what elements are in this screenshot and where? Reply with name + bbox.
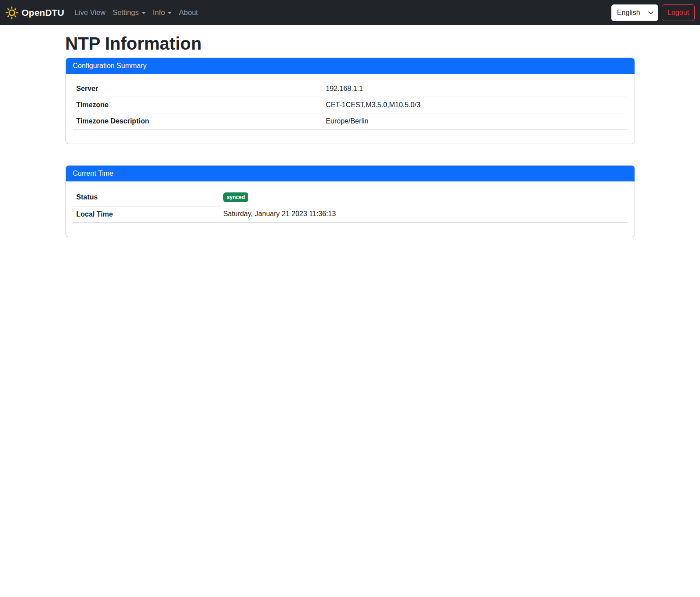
card-header: Configuration Summary — [66, 58, 635, 74]
row-value: Europe/Berlin — [322, 113, 627, 130]
sun-icon — [5, 6, 18, 19]
card-body: Server 192.168.1.1 Timezone CET-1CEST,M3… — [66, 74, 635, 144]
configuration-summary-card: Configuration Summary Server 192.168.1.1… — [65, 58, 635, 144]
nav-item-live-view[interactable]: Live View — [71, 5, 109, 20]
row-value: 192.168.1.1 — [322, 81, 627, 97]
row-label: Timezone — [73, 97, 323, 113]
caret-down-icon — [167, 12, 172, 14]
navbar-right: English Logout — [611, 4, 695, 21]
main-content: NTP Information Configuration Summary Se… — [60, 33, 640, 237]
card-header: Current Time — [66, 166, 635, 181]
table-row: Server 192.168.1.1 — [73, 81, 627, 97]
configuration-table: Server 192.168.1.1 Timezone CET-1CEST,M3… — [73, 81, 627, 130]
row-value: synced — [220, 188, 627, 206]
caret-down-icon — [141, 12, 146, 14]
nav-item-settings[interactable]: Settings — [109, 5, 149, 20]
logout-button[interactable]: Logout — [662, 4, 695, 21]
language-select[interactable]: English — [611, 4, 658, 21]
row-label: Local Time — [73, 206, 220, 222]
row-value: Saturday, January 21 2023 11:36:13 — [220, 206, 627, 222]
row-label: Status — [73, 188, 220, 206]
table-row: Timezone CET-1CEST,M3.5.0,M10.5.0/3 — [73, 97, 627, 113]
brand-link[interactable]: OpenDTU — [5, 6, 64, 19]
nav-item-about[interactable]: About — [175, 5, 201, 20]
table-row: Status synced — [73, 188, 627, 206]
table-row: Timezone Description Europe/Berlin — [73, 113, 627, 130]
row-label: Server — [73, 81, 323, 97]
brand-label: OpenDTU — [22, 7, 64, 18]
nav-item-info[interactable]: Info — [149, 5, 176, 20]
page-title: NTP Information — [65, 33, 635, 54]
navbar: OpenDTU Live View Settings Info About En… — [0, 0, 700, 25]
current-time-card: Current Time Status synced Local Time Sa… — [65, 165, 635, 237]
nav-links: Live View Settings Info About — [71, 5, 202, 20]
current-time-table: Status synced Local Time Saturday, Janua… — [73, 188, 627, 223]
row-label: Timezone Description — [73, 113, 323, 130]
language-select-wrap: English — [611, 4, 658, 21]
table-row: Local Time Saturday, January 21 2023 11:… — [73, 206, 627, 222]
status-badge: synced — [223, 192, 248, 202]
row-value: CET-1CEST,M3.5.0,M10.5.0/3 — [322, 97, 627, 113]
card-body: Status synced Local Time Saturday, Janua… — [66, 181, 635, 237]
